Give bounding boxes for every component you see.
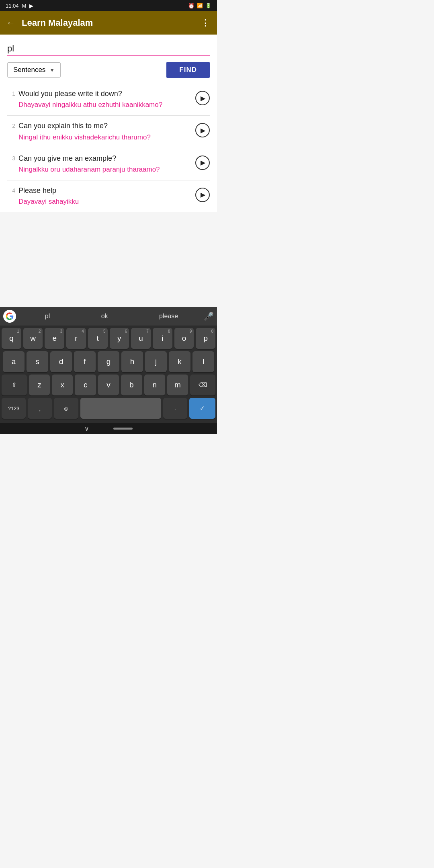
alarm-icon: ⏰ (188, 3, 194, 9)
key-f[interactable]: f (74, 351, 96, 372)
nav-home-indicator[interactable] (113, 428, 133, 430)
key-u[interactable]: 7u (131, 328, 151, 349)
main-content: Sentences ▼ FIND 1 Would you please writ… (0, 35, 217, 212)
youtube-icon: ▶ (29, 3, 33, 9)
app-title: Learn Malayalam (22, 18, 201, 28)
sentence-malayalam: Dayavayi sahayikku (18, 197, 191, 207)
status-bar: 11:04 M ▶ ⏰ 📶 🔋 (0, 0, 217, 11)
sentence-english: Can you give me an example? (18, 154, 191, 163)
status-right: ⏰ 📶 🔋 (188, 3, 211, 9)
key-row-1: 1q 2w 3e 4r 5t 6y 7u 8i 9o 0p (2, 328, 215, 349)
item-number: 1 (7, 89, 18, 97)
emoji-key[interactable]: ☺ (54, 398, 78, 419)
play-icon: ▶ (201, 191, 205, 199)
key-l[interactable]: l (192, 351, 214, 372)
sentence-malayalam: Ningalkku oru udaharanam paranju tharaam… (18, 165, 191, 174)
key-z[interactable]: z (29, 375, 50, 395)
menu-button[interactable]: ⋮ (201, 18, 211, 28)
play-button-4[interactable]: ▶ (195, 188, 210, 202)
gmail-icon: M (22, 3, 27, 9)
mic-icon[interactable]: 🎤 (204, 311, 214, 321)
play-button-2[interactable]: ▶ (195, 123, 210, 137)
chevron-down-icon: ▼ (49, 67, 55, 73)
key-y[interactable]: 6y (110, 328, 129, 349)
google-logo (3, 310, 16, 323)
key-b[interactable]: b (121, 375, 142, 395)
sentence-text-wrap: Please help Dayavayi sahayikku (18, 186, 191, 207)
status-time: 11:04 (6, 3, 19, 9)
list-item: 2 Can you explain this to me? Ningal ith… (7, 116, 210, 148)
backspace-key[interactable]: ⌫ (190, 375, 215, 395)
key-a[interactable]: a (3, 351, 25, 372)
play-icon: ▶ (201, 159, 205, 166)
play-button-1[interactable]: ▶ (195, 91, 210, 105)
find-button[interactable]: FIND (166, 62, 210, 78)
key-x[interactable]: x (52, 375, 73, 395)
keyboard: pl ok please 🎤 1q 2w 3e 4r 5t 6y 7u 8i 9… (0, 307, 217, 423)
item-number: 4 (7, 186, 18, 194)
list-item: 3 Can you give me an example? Ningalkku … (7, 148, 210, 180)
sentence-english: Can you explain this to me? (18, 121, 191, 131)
enter-key[interactable]: ✓ (189, 398, 215, 419)
key-s[interactable]: s (27, 351, 48, 372)
key-g[interactable]: g (98, 351, 119, 372)
list-item: 1 Would you please write it down? Dhayav… (7, 84, 210, 116)
key-c[interactable]: c (75, 375, 96, 395)
play-icon: ▶ (201, 127, 205, 134)
nav-back-button[interactable]: ∨ (84, 425, 89, 432)
key-m[interactable]: m (167, 375, 188, 395)
comma-key[interactable]: , (28, 398, 52, 419)
key-n[interactable]: n (144, 375, 165, 395)
search-input[interactable] (7, 42, 210, 55)
suggestion-please[interactable]: please (156, 311, 181, 321)
key-r[interactable]: 4r (66, 328, 86, 349)
play-icon: ▶ (201, 94, 205, 102)
battery-icon: 🔋 (205, 3, 211, 8)
key-d[interactable]: d (50, 351, 72, 372)
list-item: 4 Please help Dayavayi sahayikku ▶ (7, 180, 210, 212)
key-e[interactable]: 3e (45, 328, 64, 349)
key-t[interactable]: 5t (88, 328, 108, 349)
key-o[interactable]: 9o (174, 328, 194, 349)
key-row-3: ⇧ z x c v b n m ⌫ (2, 375, 215, 395)
numbers-key[interactable]: ?123 (2, 398, 26, 419)
key-row-4: ?123 , ☺ . ✓ (2, 398, 215, 419)
sentence-english: Would you please write it down? (18, 89, 191, 98)
play-button-3[interactable]: ▶ (195, 156, 210, 170)
signal-icon: 📶 (197, 3, 203, 8)
key-j[interactable]: j (145, 351, 167, 372)
sentence-malayalam: Ningal ithu enikku vishadekarichu tharum… (18, 133, 191, 142)
sentence-malayalam: Dhayavayi ningalkku athu ezhuthi kaanikk… (18, 100, 191, 110)
status-left: 11:04 M ▶ (6, 3, 33, 9)
key-q[interactable]: 1q (2, 328, 21, 349)
suggestion-items: pl ok please (19, 311, 204, 321)
period-key[interactable]: . (163, 398, 187, 419)
key-w[interactable]: 2w (23, 328, 43, 349)
sentence-english: Please help (18, 186, 191, 195)
keyboard-rows: 1q 2w 3e 4r 5t 6y 7u 8i 9o 0p a s d f g … (0, 326, 217, 423)
space-key[interactable] (80, 398, 161, 419)
key-row-2: a s d f g h j k l (2, 351, 215, 372)
sentence-text-wrap: Can you give me an example? Ningalkku or… (18, 154, 191, 174)
sentences-dropdown[interactable]: Sentences ▼ (7, 62, 61, 78)
back-button[interactable]: ← (6, 18, 15, 28)
filter-row: Sentences ▼ FIND (7, 62, 210, 78)
item-number: 3 (7, 154, 18, 162)
item-number: 2 (7, 121, 18, 129)
app-bar: ← Learn Malayalam ⋮ (0, 11, 217, 35)
suggestion-bar: pl ok please 🎤 (0, 307, 217, 326)
key-i[interactable]: 8i (153, 328, 172, 349)
key-k[interactable]: k (169, 351, 190, 372)
shift-key[interactable]: ⇧ (2, 375, 27, 395)
sentence-text-wrap: Would you please write it down? Dhayavay… (18, 89, 191, 110)
nav-bar: ∨ (0, 423, 217, 434)
sentence-list: 1 Would you please write it down? Dhayav… (7, 84, 210, 212)
key-v[interactable]: v (98, 375, 119, 395)
key-p[interactable]: 0p (196, 328, 215, 349)
dropdown-label: Sentences (13, 66, 45, 74)
suggestion-pl[interactable]: pl (42, 311, 53, 321)
search-input-wrap (7, 42, 210, 56)
key-h[interactable]: h (121, 351, 143, 372)
sentence-text-wrap: Can you explain this to me? Ningal ithu … (18, 121, 191, 142)
suggestion-ok[interactable]: ok (98, 311, 111, 321)
